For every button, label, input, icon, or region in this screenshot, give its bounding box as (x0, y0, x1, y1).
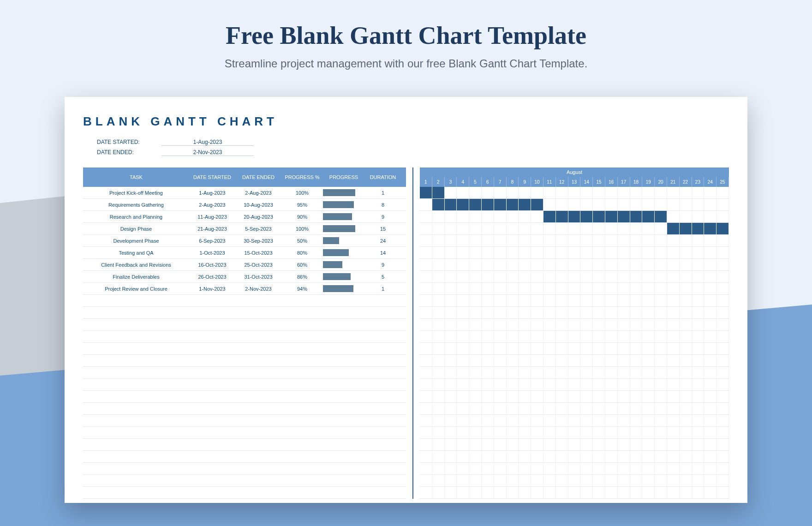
table-row: Design Phase21-Aug-20235-Sep-2023100%15 (83, 223, 406, 235)
gantt-cell (580, 391, 593, 402)
gantt-cell (605, 415, 618, 426)
gantt-cell (469, 283, 482, 294)
gantt-cell (568, 295, 581, 306)
gantt-cell (543, 451, 556, 462)
gantt-cell (556, 355, 568, 366)
gantt-cell (531, 247, 543, 258)
gantt-cell (580, 235, 593, 246)
gantt-cell (593, 295, 605, 306)
gantt-cell (655, 355, 667, 366)
gantt-cell (445, 379, 457, 390)
gantt-cell (494, 403, 507, 414)
gantt-cell (494, 439, 507, 450)
gantt-cell (568, 355, 581, 366)
gantt-cell (531, 259, 543, 270)
gantt-cell (469, 487, 482, 498)
gantt-cell (655, 307, 667, 318)
gantt-cell (445, 331, 457, 342)
gantt-cell (630, 367, 643, 378)
gantt-cell (642, 487, 655, 498)
gantt-cell (618, 247, 630, 258)
gantt-cell (642, 283, 655, 294)
gantt-day: 7 (494, 177, 507, 187)
gantt-cell (593, 271, 605, 282)
gantt-cell (692, 295, 705, 306)
gantt-cell (692, 199, 705, 210)
gantt-cell (593, 379, 605, 390)
gantt-cell (420, 235, 432, 246)
gantt-cell (704, 343, 716, 354)
gantt-cell (519, 403, 531, 414)
table-row: Research and Planning11-Aug-202320-Aug-2… (83, 211, 406, 223)
gantt-row (420, 223, 729, 235)
gantt-cell (507, 367, 519, 378)
gantt-cell (680, 223, 692, 234)
gantt-cell (593, 355, 605, 366)
gantt-cell (580, 367, 593, 378)
gantt-cell (667, 307, 680, 318)
gantt-cell (655, 367, 667, 378)
gantt-cell (605, 451, 618, 462)
gantt-cell (457, 379, 469, 390)
gantt-cell (605, 403, 618, 414)
gantt-cell (519, 247, 531, 258)
gantt-cell (469, 331, 482, 342)
gantt-cell (420, 415, 432, 426)
cell-task: Research and Planning (83, 214, 189, 220)
gantt-cell (593, 235, 605, 246)
gantt-cell (420, 271, 432, 282)
gantt-cell (680, 367, 692, 378)
gantt-cell (655, 439, 667, 450)
gantt-cell (469, 307, 482, 318)
gantt-cell (580, 343, 593, 354)
gantt-cell (642, 319, 655, 330)
gantt-cell (704, 463, 716, 474)
gantt-cell (420, 475, 432, 486)
gantt-cell (420, 439, 432, 450)
gantt-cell (642, 211, 655, 222)
gantt-cell (716, 367, 729, 378)
gantt-cell (432, 187, 445, 198)
gantt-cell (519, 343, 531, 354)
gantt-cell (642, 331, 655, 342)
gantt-cell (543, 247, 556, 258)
gantt-cell (469, 355, 482, 366)
table-row: Client Feedback and Revisions16-Oct-2023… (83, 259, 406, 271)
gantt-day: 4 (457, 177, 469, 187)
gantt-day: 22 (680, 177, 692, 187)
gantt-cell (482, 415, 494, 426)
gantt-cell (667, 259, 680, 270)
gantt-cell (692, 223, 705, 234)
gantt-cell (580, 319, 593, 330)
gantt-cell (482, 223, 494, 234)
cell-date-ended: 2-Aug-2023 (235, 190, 281, 196)
gantt-cell (655, 259, 667, 270)
table-row: Development Phase6-Sep-202330-Sep-202350… (83, 235, 406, 247)
gantt-cell (642, 403, 655, 414)
gantt-cell (556, 379, 568, 390)
col-date-ended: DATE ENDED (235, 174, 281, 180)
gantt-cell (519, 379, 531, 390)
gantt-cell (432, 355, 445, 366)
gantt-day: 11 (543, 177, 556, 187)
gantt-cell (531, 463, 543, 474)
gantt-cell (618, 295, 630, 306)
doc-title: BLANK GANTT CHART (83, 114, 729, 129)
gantt-cell (605, 427, 618, 438)
gantt-cell (580, 331, 593, 342)
gantt-cell (420, 463, 432, 474)
gantt-row (420, 451, 729, 463)
gantt-cell (655, 247, 667, 258)
gantt-cell (630, 319, 643, 330)
cell-date-started: 1-Aug-2023 (189, 190, 235, 196)
gantt-cell (704, 247, 716, 258)
page-subtitle: Streamline project management with our f… (0, 57, 812, 70)
gantt-cell (531, 283, 543, 294)
gantt-cell (507, 223, 519, 234)
gantt-cell (519, 391, 531, 402)
gantt-cell (519, 223, 531, 234)
gantt-cell (716, 295, 729, 306)
gantt-cell (420, 487, 432, 498)
gantt-cell (618, 403, 630, 414)
gantt-cell (482, 343, 494, 354)
